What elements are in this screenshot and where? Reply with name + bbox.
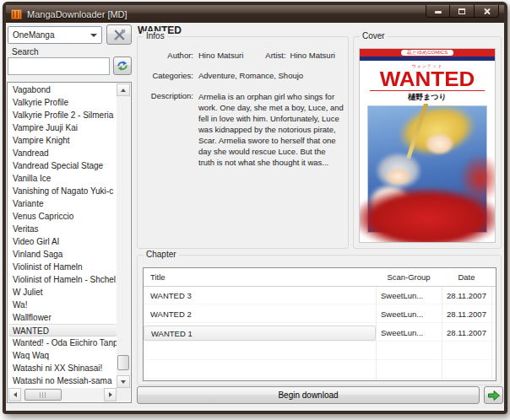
list-item[interactable]: WANTED [8, 324, 117, 337]
list-item[interactable]: Vampire Juuji Kai [8, 121, 117, 134]
cover-art-face2 [385, 167, 410, 185]
list-item[interactable]: Vanishing of Nagato Yuki-c [8, 185, 117, 197]
list-item[interactable]: Valkyrie Profile 2 - Silmeria [8, 109, 117, 121]
search-input[interactable] [8, 57, 110, 75]
close-icon [483, 8, 491, 15]
list-item[interactable]: Vandread Special Stage [8, 159, 117, 172]
table-row[interactable]: WANTED 3SweetLun...28.11.2007 [144, 286, 496, 304]
manga-list-items: VagabondValkyrie ProfileValkyrie Profile… [8, 83, 117, 388]
chapter-table-body: WANTED 3SweetLun...28.11.2007WANTED 2Swe… [144, 286, 496, 380]
horizontal-scrollbar[interactable] [8, 388, 117, 401]
list-item[interactable]: W Juliet [8, 286, 117, 299]
search-label: Search [12, 47, 39, 57]
categories-value: Adventure, Romance, Shoujo [198, 71, 344, 81]
client-area: OneManga Search [6, 23, 504, 411]
infos-content: Author: Hino Matsuri Artist: Hino Matsur… [143, 51, 344, 178]
artist-label: Artist: [265, 51, 285, 61]
minimize-button[interactable] [426, 5, 450, 18]
source-select[interactable]: OneManga [8, 26, 102, 44]
download-go-button[interactable] [484, 386, 503, 404]
chapter-date-cell: 28.11.2007 [442, 328, 491, 337]
chapter-scangroup-cell: SweetLun... [376, 310, 442, 319]
table-row[interactable]: WANTED 1SweetLun...28.11.2007 [144, 323, 496, 342]
column-header-scan-group[interactable]: Scan-Group [376, 272, 442, 282]
list-item[interactable]: Waq Waq [8, 349, 117, 362]
list-item[interactable]: Valkyrie Profile [8, 96, 117, 109]
cover-group-label: Cover [360, 31, 388, 41]
scroll-right-button[interactable] [104, 388, 117, 401]
chevron-down-icon [90, 34, 97, 37]
manga-listbox: VagabondValkyrie ProfileValkyrie Profile… [7, 82, 132, 403]
description-value: Armelia is an orphan girl who sings for … [198, 91, 344, 168]
chapter-table: Title Scan-Group Date WANTED 3SweetLun..… [143, 267, 496, 381]
column-header-title[interactable]: Title [144, 272, 376, 282]
grip-icon [40, 392, 46, 398]
list-item[interactable]: Wanted! - Oda Eiichiro Tanp [8, 337, 117, 349]
list-item[interactable]: Vampire Knight [8, 134, 117, 147]
arrow-left-icon [14, 392, 17, 397]
list-item[interactable]: Vandread [8, 147, 117, 159]
column-header-date[interactable]: Date [442, 272, 491, 282]
list-item[interactable]: Venus Capriccio [8, 210, 117, 223]
list-item[interactable]: Vanilla Ice [8, 172, 117, 185]
chapter-group-label: Chapter [144, 250, 179, 260]
green-arrow-icon [487, 390, 501, 401]
description-label: Description: [143, 91, 193, 168]
table-row[interactable]: WANTED 2SweetLun...28.11.2007 [144, 304, 496, 323]
list-item[interactable]: Veritas [8, 223, 117, 235]
list-item[interactable]: Wallflower [8, 311, 117, 324]
source-select-value: OneManga [13, 30, 54, 40]
titlebar[interactable]: MangaDownloader [MD] [6, 5, 504, 23]
author-label: Author: [143, 51, 193, 61]
author-value: Hino Matsuri [198, 51, 243, 61]
chapter-date-cell: 28.11.2007 [442, 291, 491, 300]
chapter-scangroup-cell: SweetLun... [376, 291, 442, 300]
list-item[interactable]: Variante [8, 197, 117, 210]
desktop-background: MangaDownloader [MD] OneManga Search [0, 0, 510, 420]
scroll-up-button[interactable] [117, 83, 130, 96]
h-scrollbar-thumb[interactable] [24, 389, 62, 401]
cover-groupbox: Cover 花とゆめCOMICS ウォンテッド WANTED 樋野まつり [353, 36, 502, 249]
scroll-left-button[interactable] [8, 388, 21, 401]
list-item[interactable]: Video Girl AI [8, 235, 117, 248]
chapter-title-cell: WANTED 3 [144, 288, 376, 304]
list-item[interactable]: Watashi no Messiah-sama [8, 374, 117, 387]
begin-download-button[interactable]: Begin download [137, 386, 480, 404]
arrow-down-icon [121, 380, 126, 384]
chapter-groupbox: Chapter Title Scan-Group Date WANTED 3Sw… [137, 255, 502, 385]
list-item[interactable]: Wa! [8, 299, 117, 311]
scrollbar-corner [117, 388, 130, 401]
refresh-icon [117, 60, 128, 72]
chapter-date-cell: 28.11.2007 [442, 310, 491, 319]
app-icon [11, 9, 22, 19]
window-title: MangaDownloader [MD] [27, 9, 128, 19]
list-item[interactable]: Violinist of Hameln - Shchel [8, 273, 117, 286]
list-item[interactable]: Watashi ni XX Shinasai! [8, 362, 117, 374]
chapter-title-cell: WANTED 2 [144, 306, 376, 323]
list-item[interactable]: Violinist of Hameln [8, 261, 117, 273]
cover-author-jp: 樋野まつり [360, 93, 495, 102]
cover-publisher-text: 花とゆめCOMICS [401, 50, 453, 56]
vertical-scrollbar[interactable] [117, 83, 130, 388]
cover-title-text: WANTED [360, 69, 495, 89]
chapter-title-cell: WANTED 1 [144, 326, 376, 341]
list-item[interactable]: Vagabond [8, 83, 117, 96]
list-item[interactable]: Vinland Saga [8, 248, 117, 261]
tools-icon [113, 29, 126, 41]
v-scrollbar-thumb[interactable] [117, 355, 129, 370]
close-button[interactable] [475, 5, 499, 18]
scroll-down-button[interactable] [117, 375, 130, 388]
arrow-up-icon [121, 89, 126, 92]
settings-button[interactable] [106, 24, 132, 45]
app-window: MangaDownloader [MD] OneManga Search [3, 2, 507, 414]
infos-groupbox: Infos Author: Hino Matsuri Artist: Hino … [137, 36, 349, 249]
categories-label: Categories: [143, 71, 193, 81]
cover-art-face [425, 132, 454, 154]
chapter-scangroup-cell: SweetLun... [376, 328, 442, 337]
maximize-icon [458, 8, 465, 14]
cover-navy-band [360, 57, 495, 61]
cover-image: 花とゆめCOMICS ウォンテッド WANTED 樋野まつり [359, 48, 496, 243]
maximize-button[interactable] [450, 5, 475, 18]
cover-art-red-shoulder [458, 153, 495, 203]
search-button[interactable] [113, 57, 132, 75]
